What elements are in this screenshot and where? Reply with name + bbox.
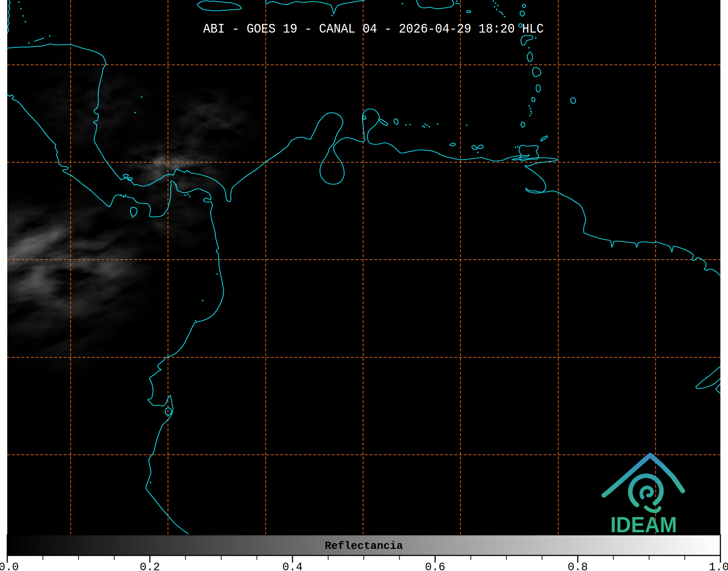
svg-text:IDEAM: IDEAM <box>610 512 677 537</box>
svg-text:0.0: 0.0 <box>0 561 19 571</box>
svg-text:0.6: 0.6 <box>425 561 445 571</box>
svg-text:0.2: 0.2 <box>140 561 160 571</box>
svg-text:0.4: 0.4 <box>282 561 303 571</box>
svg-text:1.0: 1.0 <box>709 561 728 571</box>
svg-text:Reflectancia: Reflectancia <box>325 540 403 552</box>
svg-text:0.8: 0.8 <box>568 561 588 571</box>
svg-text:ABI - GOES 19 - CANAL 04 - 202: ABI - GOES 19 - CANAL 04 - 2026-04-29 18… <box>203 21 544 37</box>
